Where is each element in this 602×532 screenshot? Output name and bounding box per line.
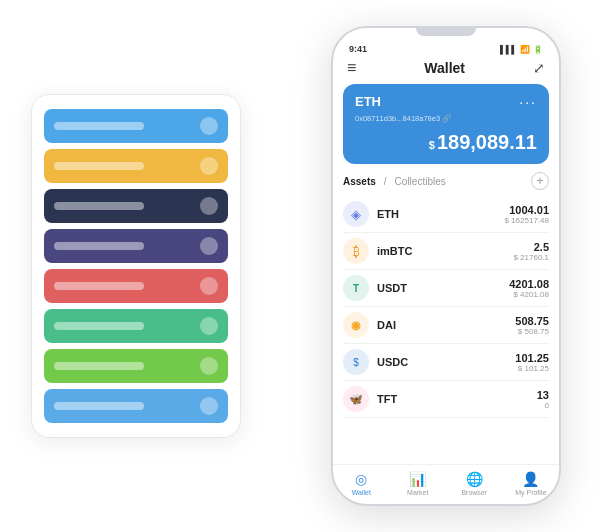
tab-assets[interactable]: Assets — [343, 176, 376, 187]
asset-amounts-usdt: 4201.08 $ 4201.08 — [509, 278, 549, 299]
card-icon — [200, 237, 218, 255]
list-item[interactable] — [44, 149, 228, 183]
card-icon — [200, 277, 218, 295]
list-item[interactable] — [44, 269, 228, 303]
list-item[interactable] — [44, 309, 228, 343]
browser-nav-icon: 🌐 — [466, 471, 483, 487]
battery-icon: 🔋 — [533, 45, 543, 54]
eth-card-name: ETH — [355, 94, 381, 109]
card-label — [54, 322, 144, 330]
table-row[interactable]: ₿ imBTC 2.5 $ 21760.1 — [343, 233, 549, 270]
tab-slash: / — [384, 176, 387, 187]
balance-value: 189,089.11 — [437, 131, 537, 153]
tab-collectibles[interactable]: Collectibles — [395, 176, 446, 187]
signal-icon: ▌▌▌ — [500, 45, 517, 54]
card-label — [54, 122, 144, 130]
assets-tabs: Assets / Collectibles — [343, 176, 446, 187]
card-icon — [200, 397, 218, 415]
profile-nav-icon: 👤 — [522, 471, 539, 487]
table-row[interactable]: T USDT 4201.08 $ 4201.08 — [343, 270, 549, 307]
profile-nav-label: My Profile — [515, 489, 546, 496]
table-row[interactable]: ◈ ETH 1004.01 $ 162517.48 — [343, 196, 549, 233]
eth-amount: 1004.01 — [505, 204, 550, 216]
card-label — [54, 202, 144, 210]
expand-icon[interactable]: ⤢ — [533, 60, 545, 76]
dollar-sign: $ — [429, 139, 435, 151]
dai-amount: 508.75 — [515, 315, 549, 327]
list-item[interactable] — [44, 389, 228, 423]
scene: 9:41 ▌▌▌ 📶 🔋 ≡ Wallet ⤢ ETH ··· 0x08711d… — [11, 11, 591, 521]
phone-mockup: 9:41 ▌▌▌ 📶 🔋 ≡ Wallet ⤢ ETH ··· 0x08711d… — [331, 26, 561, 506]
asset-amounts-tft: 13 0 — [537, 389, 549, 410]
bottom-nav: ◎ Wallet 📊 Market 🌐 Browser 👤 My Profile — [333, 464, 559, 504]
eth-card-header: ETH ··· — [355, 94, 537, 110]
usdt-icon: T — [343, 275, 369, 301]
browser-nav-label: Browser — [461, 489, 487, 496]
asset-name-usdc: USDC — [377, 356, 515, 368]
list-item[interactable] — [44, 229, 228, 263]
assets-header: Assets / Collectibles + — [343, 172, 549, 190]
status-bar: 9:41 ▌▌▌ 📶 🔋 — [333, 38, 559, 56]
status-icons: ▌▌▌ 📶 🔋 — [500, 45, 543, 54]
asset-name-imbtc: imBTC — [377, 245, 513, 257]
card-label — [54, 362, 144, 370]
card-label — [54, 402, 144, 410]
card-icon — [200, 117, 218, 135]
table-row[interactable]: $ USDC 101.25 $ 101.25 — [343, 344, 549, 381]
add-asset-button[interactable]: + — [531, 172, 549, 190]
menu-icon[interactable]: ≡ — [347, 60, 356, 76]
table-row[interactable]: ◉ DAI 508.75 $ 508.75 — [343, 307, 549, 344]
imbtc-amount: 2.5 — [513, 241, 549, 253]
eth-usd: $ 162517.48 — [505, 216, 550, 225]
usdc-amount: 101.25 — [515, 352, 549, 364]
market-nav-icon: 📊 — [409, 471, 426, 487]
asset-name-tft: TFT — [377, 393, 537, 405]
asset-amounts-usdc: 101.25 $ 101.25 — [515, 352, 549, 373]
asset-name-usdt: USDT — [377, 282, 509, 294]
market-nav-label: Market — [407, 489, 428, 496]
card-icon — [200, 157, 218, 175]
asset-list: ◈ ETH 1004.01 $ 162517.48 ₿ imBTC 2.5 $ … — [343, 196, 549, 464]
nav-item-profile[interactable]: 👤 My Profile — [503, 471, 560, 496]
wifi-icon: 📶 — [520, 45, 530, 54]
nav-item-wallet[interactable]: ◎ Wallet — [333, 471, 390, 496]
asset-amounts-eth: 1004.01 $ 162517.48 — [505, 204, 550, 225]
eth-wallet-card[interactable]: ETH ··· 0x08711d3b...8418a78e3 🔗 $189,08… — [343, 84, 549, 164]
card-icon — [200, 197, 218, 215]
card-icon — [200, 357, 218, 375]
list-item[interactable] — [44, 189, 228, 223]
nav-item-browser[interactable]: 🌐 Browser — [446, 471, 503, 496]
list-item[interactable] — [44, 349, 228, 383]
page-title: Wallet — [424, 60, 465, 76]
phone-notch — [416, 28, 476, 36]
eth-card-balance: $189,089.11 — [355, 131, 537, 154]
eth-card-address: 0x08711d3b...8418a78e3 🔗 — [355, 114, 537, 123]
usdc-icon: $ — [343, 349, 369, 375]
status-time: 9:41 — [349, 44, 367, 54]
asset-name-dai: DAI — [377, 319, 515, 331]
tft-amount: 13 — [537, 389, 549, 401]
card-label — [54, 162, 144, 170]
wallet-nav-label: Wallet — [352, 489, 371, 496]
usdc-usd: $ 101.25 — [515, 364, 549, 373]
asset-name-eth: ETH — [377, 208, 505, 220]
phone-content: ETH ··· 0x08711d3b...8418a78e3 🔗 $189,08… — [333, 84, 559, 464]
card-label — [54, 282, 144, 290]
usdt-amount: 4201.08 — [509, 278, 549, 290]
tft-usd: 0 — [537, 401, 549, 410]
imbtc-icon: ₿ — [343, 238, 369, 264]
nav-item-market[interactable]: 📊 Market — [390, 471, 447, 496]
tft-icon: 🦋 — [343, 386, 369, 412]
card-label — [54, 242, 144, 250]
table-row[interactable]: 🦋 TFT 13 0 — [343, 381, 549, 418]
list-item[interactable] — [44, 109, 228, 143]
dai-icon: ◉ — [343, 312, 369, 338]
usdt-usd: $ 4201.08 — [509, 290, 549, 299]
imbtc-usd: $ 21760.1 — [513, 253, 549, 262]
card-icon — [200, 317, 218, 335]
eth-card-menu[interactable]: ··· — [519, 94, 537, 110]
dai-usd: $ 508.75 — [515, 327, 549, 336]
asset-amounts-imbtc: 2.5 $ 21760.1 — [513, 241, 549, 262]
eth-icon: ◈ — [343, 201, 369, 227]
asset-amounts-dai: 508.75 $ 508.75 — [515, 315, 549, 336]
